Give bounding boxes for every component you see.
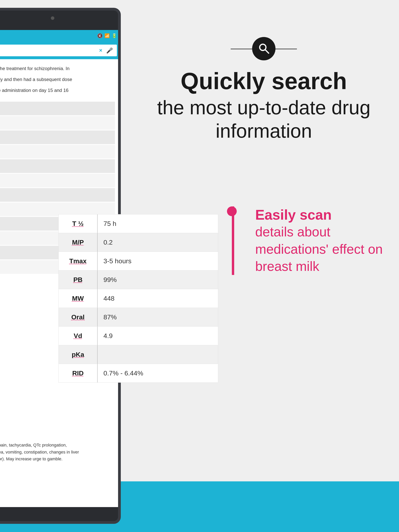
cell-label-text: M/P (72, 239, 84, 246)
search-section: Quickly search the most up-to-date drug … (129, 39, 399, 143)
body-text-2: aily and then had a subsequent dose (0, 76, 115, 83)
stripe-row (0, 116, 115, 130)
cell-label: RID (59, 364, 98, 382)
status-bar: 🔇 📶 🔋 (0, 30, 121, 42)
search-line-right (274, 49, 297, 49)
cell-value: 0.7% - 6.44% (98, 364, 218, 382)
cell-value: 3-5 hours (98, 252, 218, 270)
tablet-power-button (118, 89, 121, 108)
clear-icon[interactable]: × (99, 47, 102, 54)
cell-label: M/P (59, 233, 98, 252)
bottom-text-3: or). May increase urge to gamble. (0, 456, 118, 462)
table-row: M/P0.2 (59, 233, 218, 252)
cell-label: T ½ (59, 214, 98, 233)
mute-icon: 🔇 (97, 33, 103, 38)
table-row: Tmax3-5 hours (59, 252, 218, 271)
headline-sub-text: the most up-to-date drug information (157, 97, 370, 142)
stripe-row (0, 188, 115, 202)
stripe-row (0, 159, 115, 173)
battery-icon: 🔋 (112, 33, 117, 38)
cell-label: PB (59, 271, 98, 289)
cell-value (98, 345, 218, 364)
wifi-icon: 📶 (104, 33, 110, 38)
status-icons: 🔇 📶 🔋 (97, 33, 117, 38)
bottom-text-1: pain, tachycardia, QTc prolongation, (0, 442, 118, 449)
cell-label-text: Vd (74, 332, 82, 340)
easily-scan-label: Easily scan (255, 206, 388, 223)
cell-label-text: RID (72, 369, 84, 377)
cell-label: Oral (59, 308, 98, 326)
bottom-content: pain, tachycardia, QTc prolongation, ea,… (0, 436, 121, 468)
table-section: T ½75 hM/P0.2Tmax3-5 hoursPB99%MW448Oral… (58, 214, 234, 383)
search-bar[interactable]: × 🎤 (0, 42, 121, 59)
pink-accent-bar (232, 206, 234, 275)
cell-label: Vd (59, 327, 98, 345)
cell-value: 75 h (98, 214, 218, 233)
cell-label-text: Oral (71, 313, 84, 321)
cell-label: Tmax (59, 252, 98, 270)
search-circle (252, 37, 276, 60)
stripe-row (0, 174, 115, 187)
table-row: PB99% (59, 271, 218, 289)
cell-label: pKa (59, 345, 98, 364)
headline-sub: the most up-to-date drug information (129, 96, 399, 143)
right-content: Quickly search the most up-to-date drug … (129, 0, 399, 532)
tablet-camera (51, 16, 54, 20)
cell-label-text: MW (72, 295, 84, 302)
cell-value: 4.9 (98, 327, 218, 345)
table-row: Oral87% (59, 308, 218, 327)
stripe-row (0, 130, 115, 144)
headline-bold: Quickly search (180, 68, 347, 94)
stripe-row (0, 102, 115, 115)
table-row: MW448 (59, 289, 218, 308)
mic-icon[interactable]: 🎤 (106, 47, 113, 54)
cell-label-text: T ½ (72, 220, 84, 228)
cell-label-text: Tmax (69, 257, 87, 265)
data-table: T ½75 hM/P0.2Tmax3-5 hoursPB99%MW448Oral… (58, 214, 218, 383)
table-row: pKa (59, 345, 218, 364)
stripe-row (0, 145, 115, 158)
easily-scan-section: Easily scan details about medications' e… (232, 206, 388, 275)
cell-label-text: PB (73, 276, 82, 284)
cell-value: 0.2 (98, 233, 218, 252)
scan-content: Easily scan details about medications' e… (232, 206, 388, 275)
search-icon (257, 42, 270, 56)
cell-value: 87% (98, 308, 218, 326)
cell-label: MW (59, 289, 98, 308)
search-line-left (231, 49, 254, 49)
svg-line-1 (265, 50, 269, 53)
body-text-3: se administration on day 15 and 16 (0, 87, 115, 94)
cell-label-text: pKa (72, 351, 84, 358)
cell-value: 99% (98, 271, 218, 289)
scan-text-container: Easily scan details about medications' e… (244, 206, 388, 275)
bottom-text-2: ea, vomiting, constipation, changes in l… (0, 449, 118, 456)
table-row: Vd4.9 (59, 327, 218, 345)
scan-details-text: details about medications' effect on bre… (255, 223, 388, 275)
table-row: T ½75 h (59, 214, 218, 233)
body-text-1: r the treatment for schizophrenia. In (0, 65, 115, 72)
search-icon-container (231, 39, 297, 58)
table-row: RID0.7% - 6.44% (59, 364, 218, 382)
cell-value: 448 (98, 289, 218, 308)
search-input[interactable]: × 🎤 (0, 44, 117, 56)
